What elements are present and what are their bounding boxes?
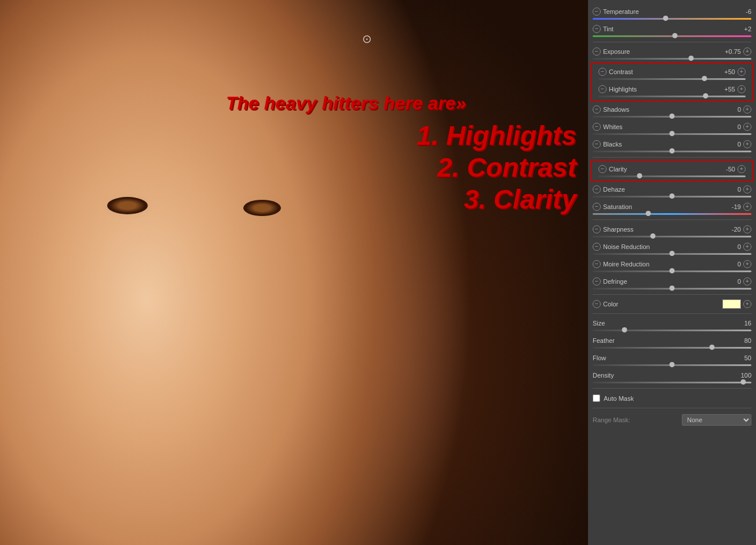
clarity-plus[interactable]: + [737,165,746,173]
tint-minus[interactable]: − [593,25,601,33]
sharpness-plus[interactable]: + [743,225,751,233]
shadows-thumb[interactable] [670,114,675,119]
sharpness-track[interactable] [593,236,751,237]
moire-reduction-minus[interactable]: − [593,260,601,268]
noise-reduction-plus[interactable]: + [743,243,751,251]
whites-minus[interactable]: − [593,123,601,131]
overlay-clarity: 3. Clarity [226,184,576,215]
noise-reduction-track[interactable] [593,253,751,255]
temperature-minus[interactable]: − [593,8,601,16]
sharpness-thumb[interactable] [651,233,656,239]
exposure-plus[interactable]: + [743,47,751,56]
dehaze-track-container[interactable] [593,195,751,200]
defringe-plus[interactable]: + [743,277,751,286]
sharpness-track-container[interactable] [593,235,751,240]
density-track-container[interactable] [593,381,751,386]
shadows-track-container[interactable] [593,115,751,120]
contrast-thumb[interactable] [702,76,707,81]
saturation-plus[interactable]: + [743,203,751,211]
shadows-minus[interactable]: − [593,105,601,114]
contrast-track[interactable] [598,78,746,80]
density-track[interactable] [593,382,751,383]
contrast-track-container[interactable] [598,78,746,82]
flow-track-container[interactable] [593,364,751,368]
moire-reduction-track-container[interactable] [593,270,751,275]
noise-reduction-thumb[interactable] [670,251,675,256]
clarity-track-container[interactable] [598,175,746,180]
size-track[interactable] [593,330,751,331]
color-swatch[interactable] [722,299,741,309]
feather-track-container[interactable] [593,346,751,351]
shadows-plus[interactable]: + [743,105,751,114]
highlights-track-container[interactable] [598,95,746,100]
moire-reduction-track[interactable] [593,270,751,272]
clarity-minus[interactable]: − [598,165,607,173]
dehaze-thumb[interactable] [670,193,675,199]
whites-thumb[interactable] [670,131,675,136]
blacks-plus[interactable]: + [743,140,751,148]
divider-1 [593,42,751,42]
noise-reduction-track-container[interactable] [593,253,751,257]
blacks-track-container[interactable] [593,150,751,155]
dehaze-minus[interactable]: − [593,185,601,193]
whites-track[interactable] [593,133,751,135]
dehaze-plus[interactable]: + [743,185,751,193]
feather-thumb[interactable] [709,345,714,350]
exposure-minus[interactable]: − [593,47,601,56]
moire-reduction-plus[interactable]: + [743,260,751,268]
flow-label: Flow [593,354,606,361]
dehaze-track[interactable] [593,196,751,197]
highlights-minus[interactable]: − [598,85,607,93]
exposure-thumb[interactable] [688,56,693,61]
color-minus[interactable]: − [593,300,601,308]
whites-track-container[interactable] [593,133,751,137]
range-mask-select[interactable]: None Luminance Color [682,414,751,426]
size-thumb[interactable] [622,327,627,332]
whites-plus[interactable]: + [743,123,751,131]
defringe-label: Defringe [603,278,627,285]
blacks-track[interactable] [593,151,751,152]
contrast-plus[interactable]: + [737,68,746,76]
sharpness-minus[interactable]: − [593,225,601,233]
exposure-track-container[interactable] [593,57,751,62]
tint-track-container[interactable] [593,35,751,39]
moire-reduction-thumb[interactable] [670,268,675,273]
defringe-minus[interactable]: − [593,277,601,286]
saturation-minus[interactable]: − [593,203,601,211]
clarity-track[interactable] [598,175,746,177]
color-plus[interactable]: + [743,300,751,308]
auto-mask-checkbox[interactable] [593,394,600,402]
temperature-track[interactable] [593,18,751,20]
defringe-track-container[interactable] [593,287,751,292]
highlights-label: Highlights [609,86,637,93]
size-track-container[interactable] [593,329,751,334]
search-icon[interactable]: ⊙ [362,32,372,46]
saturation-track[interactable] [593,213,751,215]
blacks-thumb[interactable] [670,148,675,153]
flow-track[interactable] [593,364,751,366]
shadows-track[interactable] [593,116,751,118]
feather-track[interactable] [593,347,751,349]
defringe-track[interactable] [593,288,751,290]
highlights-track[interactable] [598,96,746,97]
tint-row: − Tint +2 [588,22,756,39]
temperature-thumb[interactable] [663,16,669,21]
tint-thumb[interactable] [673,33,678,38]
defringe-thumb[interactable] [670,286,675,291]
clarity-thumb[interactable] [637,173,642,178]
noise-reduction-minus[interactable]: − [593,243,601,251]
temperature-value: -6 [731,8,751,15]
highlights-thumb[interactable] [703,93,708,98]
blacks-minus[interactable]: − [593,140,601,148]
density-thumb[interactable] [741,379,746,385]
exposure-track[interactable] [593,58,751,60]
flow-thumb[interactable] [670,362,675,367]
contrast-minus[interactable]: − [598,68,607,76]
whites-row: − Whites 0 + [588,120,756,137]
saturation-thumb[interactable] [645,211,651,216]
saturation-track-container[interactable] [593,213,751,217]
tint-track[interactable] [593,35,751,37]
highlights-plus[interactable]: + [737,85,746,93]
overlay-line1: The heavy hitters here are» [226,93,576,114]
temperature-track-container[interactable] [593,17,751,22]
